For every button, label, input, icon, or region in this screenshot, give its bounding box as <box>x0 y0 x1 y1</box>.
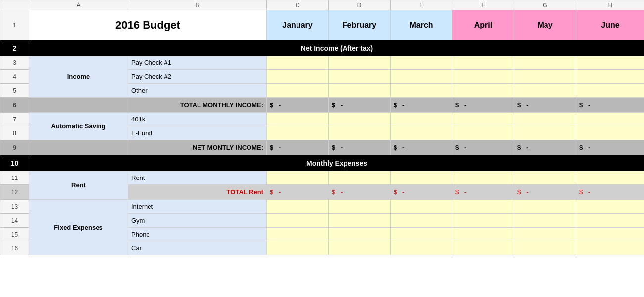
paycheck1-apr[interactable] <box>452 56 514 70</box>
401k-jan[interactable] <box>267 113 329 126</box>
paycheck2-may[interactable] <box>514 70 576 84</box>
car-mar[interactable] <box>391 241 452 255</box>
401k-label: 401k <box>128 113 267 126</box>
car-jun[interactable] <box>576 241 644 255</box>
401k-jun[interactable] <box>576 113 644 126</box>
other-may[interactable] <box>514 84 576 98</box>
phone-jan[interactable] <box>267 228 329 241</box>
row-7: 7 Automatic Saving 401k <box>0 113 644 126</box>
phone-jun[interactable] <box>576 228 644 241</box>
row-num-10: 10 <box>0 155 29 171</box>
total-income-feb: $ - <box>329 98 391 113</box>
other-jun[interactable] <box>576 84 644 98</box>
401k-apr[interactable] <box>452 113 514 126</box>
monthly-expenses-header: Monthly Expenses <box>29 155 644 171</box>
other-mar[interactable] <box>391 84 452 98</box>
car-jan[interactable] <box>267 241 329 255</box>
net-income-label: NET MONTLY INCOME: <box>128 140 267 155</box>
gym-jun[interactable] <box>576 214 644 228</box>
total-rent-feb: $ - <box>329 185 391 200</box>
rent-jan[interactable] <box>267 171 329 185</box>
gym-feb[interactable] <box>329 214 391 228</box>
gym-mar[interactable] <box>391 214 452 228</box>
total-income-label: TOTAL MONTHLY INCOME: <box>128 98 267 113</box>
total-rent-mar: $ - <box>391 185 452 200</box>
paycheck2-jun[interactable] <box>576 70 644 84</box>
internet-mar[interactable] <box>391 200 452 214</box>
efund-feb[interactable] <box>329 126 391 140</box>
efund-may[interactable] <box>514 126 576 140</box>
phone-apr[interactable] <box>452 228 514 241</box>
row-num-5: 5 <box>0 84 29 98</box>
internet-jun[interactable] <box>576 200 644 214</box>
efund-mar[interactable] <box>391 126 452 140</box>
column-headers: A B C D E F G H <box>0 0 644 10</box>
gym-may[interactable] <box>514 214 576 228</box>
month-jan: January <box>267 10 329 40</box>
paycheck2-feb[interactable] <box>329 70 391 84</box>
paycheck1-feb[interactable] <box>329 56 391 70</box>
rent-apr[interactable] <box>452 171 514 185</box>
total-income-jan: $ - <box>267 98 329 113</box>
gym-label: Gym <box>128 214 267 228</box>
gym-apr[interactable] <box>452 214 514 228</box>
row-num-11: 11 <box>0 171 29 185</box>
paycheck1-label: Pay Check #1 <box>128 56 267 70</box>
rent-jun[interactable] <box>576 171 644 185</box>
col-header-h: H <box>576 0 644 10</box>
internet-feb[interactable] <box>329 200 391 214</box>
other-apr[interactable] <box>452 84 514 98</box>
phone-mar[interactable] <box>391 228 452 241</box>
dash: - <box>279 101 281 109</box>
month-jun: June <box>576 10 644 40</box>
paycheck2-apr[interactable] <box>452 70 514 84</box>
col-header-c: C <box>267 0 329 10</box>
row-11: 11 Rent Rent <box>0 171 644 185</box>
rent-mar[interactable] <box>391 171 452 185</box>
spreadsheet: A B C D E F G H 1 2016 Budget January Fe… <box>0 0 644 255</box>
401k-may[interactable] <box>514 113 576 126</box>
internet-may[interactable] <box>514 200 576 214</box>
efund-apr[interactable] <box>452 126 514 140</box>
row-10-monthly-expenses-header: 10 Monthly Expenses <box>0 155 644 171</box>
internet-jan[interactable] <box>267 200 329 214</box>
income-category-label: Income <box>29 56 128 98</box>
internet-apr[interactable] <box>452 200 514 214</box>
row-6-total-income: 6 TOTAL MONTHLY INCOME: $ - $ - $ - $ - … <box>0 98 644 113</box>
col-header-b: B <box>128 0 267 10</box>
401k-feb[interactable] <box>329 113 391 126</box>
net-income-empty-a <box>29 140 128 155</box>
row-num-14: 14 <box>0 214 29 228</box>
other-jan[interactable] <box>267 84 329 98</box>
total-rent-may: $ - <box>514 185 576 200</box>
row-num-12: 12 <box>0 185 29 200</box>
internet-label: Internet <box>128 200 267 214</box>
paycheck1-may[interactable] <box>514 56 576 70</box>
car-apr[interactable] <box>452 241 514 255</box>
paycheck1-jun[interactable] <box>576 56 644 70</box>
paycheck2-mar[interactable] <box>391 70 452 84</box>
car-may[interactable] <box>514 241 576 255</box>
col-header-d: D <box>329 0 391 10</box>
phone-feb[interactable] <box>329 228 391 241</box>
paycheck1-jan[interactable] <box>267 56 329 70</box>
phone-may[interactable] <box>514 228 576 241</box>
rent-feb[interactable] <box>329 171 391 185</box>
401k-mar[interactable] <box>391 113 452 126</box>
total-rent-jan: $ - <box>267 185 329 200</box>
other-feb[interactable] <box>329 84 391 98</box>
col-header-a: A <box>29 0 128 10</box>
month-may: May <box>514 10 576 40</box>
saving-category-label: Automatic Saving <box>29 113 128 140</box>
gym-jan[interactable] <box>267 214 329 228</box>
row-num-9: 9 <box>0 140 29 155</box>
car-feb[interactable] <box>329 241 391 255</box>
paycheck2-jan[interactable] <box>267 70 329 84</box>
net-income-header: Net Income (After tax) <box>29 40 644 56</box>
paycheck1-mar[interactable] <box>391 56 452 70</box>
row-num-3: 3 <box>0 56 29 70</box>
efund-jun[interactable] <box>576 126 644 140</box>
month-apr: April <box>452 10 514 40</box>
rent-may[interactable] <box>514 171 576 185</box>
efund-jan[interactable] <box>267 126 329 140</box>
